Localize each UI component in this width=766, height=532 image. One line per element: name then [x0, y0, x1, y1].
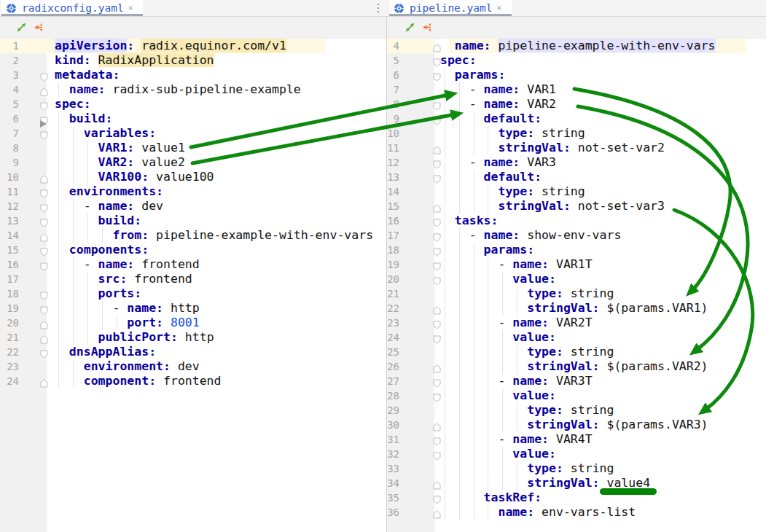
code-line-right-13[interactable]: default:: [440, 170, 542, 184]
code-line-left-11[interactable]: environments:: [55, 184, 163, 199]
code-line-right-17[interactable]: - name: show-env-vars: [440, 228, 621, 243]
fold-marker-icon[interactable]: [433, 202, 441, 211]
fold-marker-icon[interactable]: [40, 85, 48, 94]
fold-marker-icon[interactable]: [433, 304, 441, 313]
code-line-left-1[interactable]: apiVersion: radix.equinor.com/v1: [55, 39, 286, 53]
code-line-left-15[interactable]: components:: [55, 243, 149, 257]
code-line-right-20[interactable]: value:: [440, 272, 556, 286]
code-line-right-21[interactable]: type: string: [440, 286, 614, 301]
fold-marker-icon[interactable]: [433, 508, 441, 517]
code-line-right-16[interactable]: tasks:: [440, 214, 498, 228]
code-line-left-19[interactable]: - name: http: [55, 301, 200, 316]
code-line-left-5[interactable]: spec:: [55, 97, 91, 112]
fold-marker-icon[interactable]: [40, 333, 48, 342]
tab-pipeline-yaml[interactable]: pipeline.yaml ✕: [389, 0, 512, 16]
pane-divider[interactable]: [386, 17, 387, 532]
code-line-left-22[interactable]: dnsAppAlias:: [55, 345, 156, 359]
fold-marker-icon[interactable]: [433, 100, 441, 109]
code-line-right-27[interactable]: - name: VAR3T: [440, 374, 593, 388]
code-line-left-16[interactable]: - name: frontend: [55, 257, 200, 272]
code-line-right-5[interactable]: spec:: [440, 53, 477, 68]
editor-pane-radixconfig[interactable]: 1apiVersion: radix.equinor.com/v12kind: …: [0, 39, 386, 532]
code-line-right-26[interactable]: stringVal: $(params.VAR2): [440, 359, 708, 374]
fold-marker-icon[interactable]: [433, 71, 441, 79]
code-line-right-19[interactable]: - name: VAR1T: [440, 257, 593, 272]
code-line-right-24[interactable]: value:: [440, 330, 556, 345]
code-line-right-18[interactable]: params:: [440, 243, 534, 257]
fold-marker-icon[interactable]: [433, 56, 441, 65]
fold-marker-icon[interactable]: [433, 114, 441, 123]
fold-marker-icon[interactable]: [433, 173, 441, 181]
code-line-right-28[interactable]: value:: [440, 388, 556, 403]
code-line-left-14[interactable]: from: pipeline-example-with-env-vars: [55, 228, 373, 243]
code-line-right-22[interactable]: stringVal: $(params.VAR1): [440, 301, 708, 316]
fold-marker-icon[interactable]: [433, 493, 441, 502]
fold-marker-icon[interactable]: [433, 435, 441, 444]
fold-marker-icon[interactable]: [40, 377, 48, 386]
code-line-right-23[interactable]: - name: VAR2T: [440, 316, 593, 330]
code-line-left-8[interactable]: VAR1: value1: [55, 141, 185, 155]
fold-marker-icon[interactable]: [433, 333, 441, 342]
fold-marker-icon[interactable]: [433, 479, 441, 488]
code-line-left-3[interactable]: metadata:: [55, 68, 120, 82]
fold-marker-icon[interactable]: [40, 202, 48, 211]
code-line-right-31[interactable]: - name: VAR4T: [440, 432, 593, 447]
code-line-right-7[interactable]: - name: VAR1: [440, 82, 556, 97]
code-line-left-23[interactable]: environment: dev: [55, 359, 200, 374]
code-line-left-9[interactable]: VAR2: value2: [55, 155, 185, 170]
code-line-left-7[interactable]: variables:: [55, 126, 156, 141]
fold-marker-icon[interactable]: [433, 216, 441, 225]
fold-marker-icon[interactable]: [433, 231, 441, 240]
code-line-left-10[interactable]: VAR100: value100: [55, 170, 214, 184]
fold-marker-icon[interactable]: [433, 318, 441, 327]
code-line-right-9[interactable]: default:: [440, 112, 542, 126]
code-line-right-32[interactable]: value:: [440, 447, 556, 461]
fold-marker-icon[interactable]: [40, 304, 48, 313]
fold-marker-icon[interactable]: [433, 362, 441, 371]
code-line-right-15[interactable]: stringVal: not-set-var3: [440, 199, 665, 214]
fold-marker-icon[interactable]: [433, 158, 441, 167]
code-line-right-36[interactable]: name: env-vars-list: [440, 505, 636, 520]
code-line-right-35[interactable]: taskRef:: [440, 490, 542, 505]
next-difference-icon[interactable]: [404, 21, 416, 34]
fold-marker-icon[interactable]: [40, 246, 48, 254]
fold-marker-icon[interactable]: [40, 71, 48, 79]
fold-marker-icon[interactable]: [40, 289, 48, 298]
fold-marker-icon[interactable]: [40, 173, 48, 181]
fold-marker-icon[interactable]: [40, 187, 48, 196]
code-line-right-29[interactable]: type: string: [440, 403, 614, 418]
code-line-left-13[interactable]: build:: [55, 214, 141, 228]
fold-marker-icon[interactable]: [433, 391, 441, 400]
prev-difference-icon[interactable]: [33, 21, 45, 34]
fold-marker-icon[interactable]: [40, 129, 48, 138]
fold-marker-icon[interactable]: [433, 377, 441, 386]
fold-marker-icon[interactable]: [433, 275, 441, 283]
code-line-right-14[interactable]: type: string: [440, 184, 585, 199]
code-line-left-24[interactable]: component: frontend: [55, 374, 221, 388]
code-line-left-4[interactable]: name: radix-sub-pipeline-example: [55, 82, 301, 97]
code-line-right-30[interactable]: stringVal: $(params.VAR3): [440, 418, 708, 432]
code-line-right-11[interactable]: stringVal: not-set-var2: [440, 141, 665, 155]
fold-marker-icon[interactable]: [433, 144, 441, 152]
fold-marker-icon[interactable]: [40, 231, 48, 240]
code-line-right-25[interactable]: type: string: [440, 345, 614, 359]
editor-pane-pipeline[interactable]: 4 name: pipeline-example-with-env-vars5s…: [387, 39, 766, 532]
code-line-right-12[interactable]: - name: VAR3: [440, 155, 556, 170]
code-line-left-12[interactable]: - name: dev: [55, 199, 163, 214]
fold-marker-icon[interactable]: [433, 42, 441, 50]
code-line-left-20[interactable]: port: 8001: [55, 316, 200, 330]
code-line-right-33[interactable]: type: string: [440, 461, 614, 476]
fold-marker-icon[interactable]: [433, 246, 441, 254]
next-difference-icon[interactable]: [15, 21, 28, 34]
fold-marker-icon[interactable]: [40, 348, 48, 356]
split-more-icon[interactable]: ⋮: [371, 1, 386, 15]
code-line-left-21[interactable]: publicPort: http: [55, 330, 214, 345]
code-line-right-10[interactable]: type: string: [440, 126, 585, 141]
code-line-right-4[interactable]: name: pipeline-example-with-env-vars: [440, 39, 716, 53]
fold-marker-icon[interactable]: [40, 260, 48, 269]
code-line-left-6[interactable]: build:: [55, 112, 112, 126]
code-line-right-8[interactable]: - name: VAR2: [440, 97, 556, 112]
fold-marker-icon[interactable]: [433, 450, 441, 458]
fold-marker-icon[interactable]: [40, 216, 48, 225]
code-line-left-2[interactable]: kind: RadixApplication: [55, 53, 214, 68]
